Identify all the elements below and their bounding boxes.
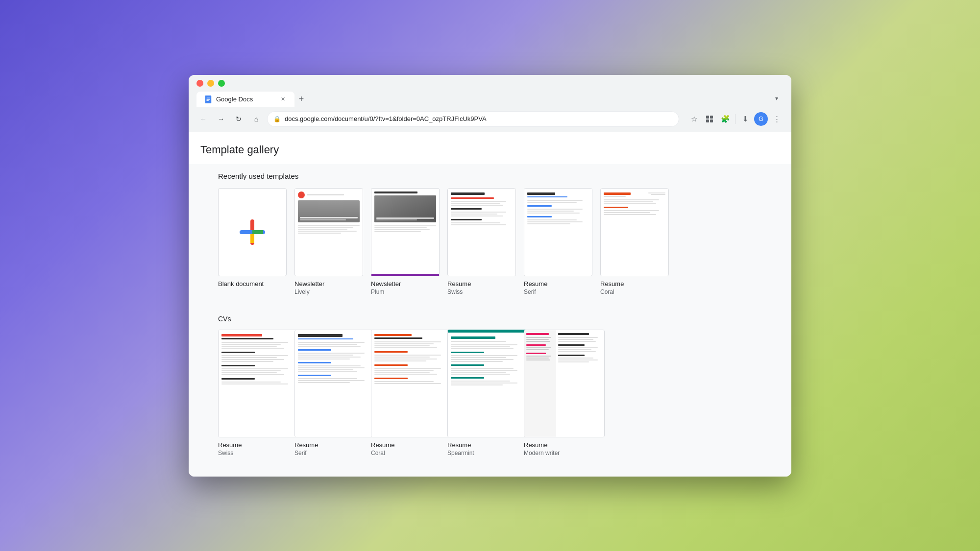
cv-spearmint-thumb[interactable] — [447, 330, 528, 437]
address-bar: ← → ↻ ⌂ 🔒 docs.google.com/document/u/0/?… — [189, 107, 791, 132]
cv-swiss-name: Resume — [218, 441, 287, 449]
tab-title: Google Docs — [216, 96, 275, 103]
resume-serif-recent-name: Resume — [524, 280, 592, 287]
cv-modern-name: Resume — [524, 441, 592, 449]
url-text: docs.google.com/document/u/0/?ftv=1&fold… — [285, 115, 673, 122]
cvs-section: CVs — [189, 307, 791, 464]
minimize-button[interactable] — [207, 80, 214, 87]
resume-coral-recent-name: Resume — [600, 280, 669, 287]
back-button[interactable]: ← — [196, 112, 210, 126]
resume-swiss-recent-name: Resume — [447, 280, 516, 287]
toolbar-divider — [735, 114, 735, 124]
cvs-templates-row: Resume Swiss — [218, 330, 762, 456]
template-cv-swiss[interactable]: Resume Swiss — [218, 330, 287, 456]
lock-icon: 🔒 — [273, 116, 281, 122]
title-bar: Google Docs ✕ + ▾ — [189, 75, 791, 107]
template-resume-coral-recent[interactable]: Resume Coral — [600, 188, 669, 295]
tab-close-button[interactable]: ✕ — [279, 96, 287, 103]
template-cv-modern[interactable]: Resume Modern writer — [524, 330, 592, 456]
cv-swiss-subtitle: Swiss — [218, 450, 287, 456]
url-bar[interactable]: 🔒 docs.google.com/document/u/0/?ftv=1&fo… — [267, 111, 679, 127]
page-title: Template gallery — [200, 144, 780, 156]
resume-coral-recent-subtitle: Coral — [600, 288, 669, 295]
newsletter-lively-name: Newsletter — [294, 280, 363, 287]
newsletter-lively-thumb[interactable] — [294, 188, 363, 276]
template-newsletter-plum[interactable]: Newsletter Plum — [371, 188, 440, 295]
newsletter-plum-name: Newsletter — [371, 280, 440, 287]
resume-swiss-recent-thumb[interactable] — [447, 188, 516, 276]
cv-modern-subtitle: Modern writer — [524, 450, 592, 456]
template-newsletter-lively[interactable]: Newsletter Lively — [294, 188, 363, 295]
browser-toolbar: ☆ 🧩 ⬇ G ⋮ — [687, 112, 784, 126]
cv-coral-thumb[interactable] — [371, 330, 452, 437]
reload-button[interactable]: ↻ — [232, 112, 245, 126]
forward-button[interactable]: → — [214, 112, 228, 126]
home-button[interactable]: ⌂ — [249, 112, 263, 126]
template-resume-serif-recent[interactable]: Resume Serif — [524, 188, 592, 295]
recently-used-heading: Recently used templates — [218, 172, 762, 180]
cv-serif-subtitle: Serif — [294, 450, 363, 456]
new-tab-button[interactable]: + — [294, 93, 308, 106]
cv-serif-thumb[interactable] — [294, 330, 375, 437]
blank-document-name: Blank document — [218, 280, 287, 287]
blank-document-thumb[interactable] — [218, 188, 287, 276]
resume-serif-recent-subtitle: Serif — [524, 288, 592, 295]
template-resume-swiss-recent[interactable]: Resume Swiss — [447, 188, 516, 295]
cv-swiss-thumb[interactable] — [218, 330, 299, 437]
template-cv-spearmint[interactable]: Resume Spearmint — [447, 330, 516, 456]
maximize-button[interactable] — [218, 80, 225, 87]
svg-rect-6 — [706, 120, 709, 122]
cv-spearmint-subtitle: Spearmint — [447, 450, 516, 456]
cv-spearmint-name: Resume — [447, 441, 516, 449]
resume-coral-recent-thumb[interactable] — [600, 188, 669, 276]
svg-rect-4 — [706, 116, 709, 119]
svg-rect-5 — [710, 116, 713, 119]
active-tab[interactable]: Google Docs ✕ — [196, 92, 294, 107]
close-button[interactable] — [196, 80, 203, 87]
extensions-icon[interactable] — [703, 112, 716, 126]
recently-used-templates-row: Blank document — [218, 188, 762, 295]
recently-used-section: Recently used templates — [189, 164, 791, 303]
resume-swiss-recent-subtitle: Swiss — [447, 288, 516, 295]
download-icon[interactable]: ⬇ — [738, 112, 752, 126]
cv-coral-name: Resume — [371, 441, 440, 449]
star-icon[interactable]: ☆ — [687, 112, 701, 126]
google-docs-tab-icon — [204, 96, 212, 103]
newsletter-plum-subtitle: Plum — [371, 288, 440, 295]
newsletter-plum-thumb[interactable] — [371, 188, 440, 276]
svg-rect-2 — [206, 99, 210, 99]
newsletter-lively-subtitle: Lively — [294, 288, 363, 295]
google-plus-icon — [238, 217, 267, 247]
svg-rect-7 — [710, 120, 713, 122]
cvs-heading: CVs — [218, 315, 762, 323]
chrome-extensions-icon[interactable]: 🧩 — [718, 112, 732, 126]
template-cv-coral[interactable]: Resume Coral — [371, 330, 440, 456]
profile-avatar[interactable]: G — [754, 112, 768, 126]
svg-rect-3 — [206, 100, 208, 100]
tabs-dropdown-button[interactable]: ▾ — [770, 92, 784, 105]
cv-modern-thumb[interactable] — [524, 330, 605, 437]
tabs-row: Google Docs ✕ + ▾ — [196, 92, 784, 107]
content-area: Template gallery Recently used templates — [189, 132, 791, 477]
traffic-lights — [196, 80, 784, 87]
cv-coral-subtitle: Coral — [371, 450, 440, 456]
template-cv-serif[interactable]: Resume Serif — [294, 330, 363, 456]
more-options-icon[interactable]: ⋮ — [770, 112, 784, 126]
resume-serif-recent-thumb[interactable] — [524, 188, 592, 276]
template-blank-document[interactable]: Blank document — [218, 188, 287, 295]
browser-window: Google Docs ✕ + ▾ ← → ↻ ⌂ 🔒 docs.google.… — [189, 75, 791, 477]
svg-rect-1 — [206, 97, 210, 98]
cv-serif-name: Resume — [294, 441, 363, 449]
